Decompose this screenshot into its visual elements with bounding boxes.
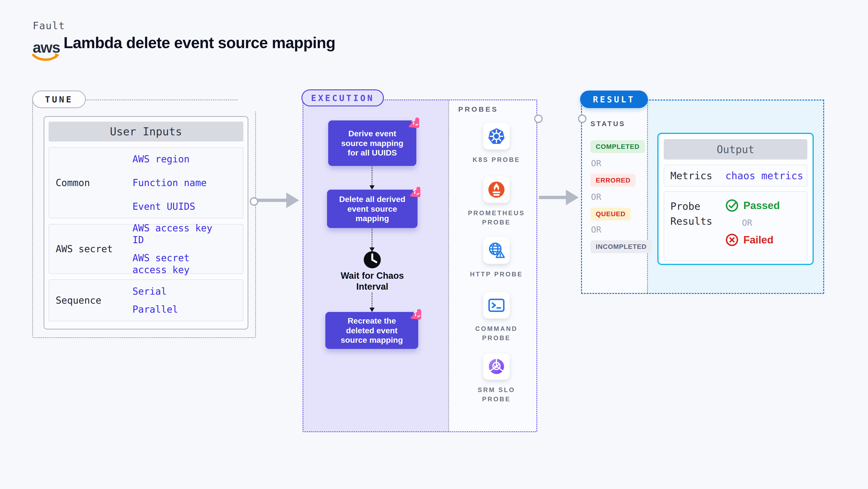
tune-output-connector-circle — [250, 197, 258, 206]
table-row-sequence: Sequence Serial Parallel — [49, 279, 243, 321]
row-label: Common — [49, 177, 132, 188]
aws-logo: aws — [30, 36, 61, 63]
status-heading: STATUS — [590, 120, 626, 128]
row-links: Serial Parallel — [132, 277, 243, 323]
link-aws-secret-access-key[interactable]: AWS secret access key — [132, 252, 227, 276]
arrowhead-icon — [566, 190, 579, 205]
probe-results-label: Probe Results — [670, 199, 725, 256]
slo-donut-check-icon — [487, 357, 506, 376]
step-derive-event-source-mapping: Derive event source mapping for all UUID… — [328, 120, 416, 166]
status-badge-incompleted: INCOMPLETED — [590, 240, 652, 253]
link-function-name[interactable]: Function name — [132, 177, 227, 189]
result-pill: RESULT — [580, 91, 648, 108]
http-globe-warning-icon — [487, 241, 506, 260]
user-inputs-card: User Inputs Common AWS region Function n… — [43, 116, 248, 330]
user-inputs-header: User Inputs — [49, 122, 243, 142]
prometheus-icon — [488, 181, 505, 198]
chaos-fault-icon — [409, 308, 422, 320]
chaos-fault-icon — [407, 116, 420, 129]
page-title: Lambda delete event source mapping — [63, 34, 335, 52]
step-label: Delete all derived event source mapping — [334, 194, 410, 223]
srm-slo-probe-card — [483, 353, 510, 380]
k8s-probe-card — [483, 123, 510, 150]
link-event-uuids[interactable]: Event UUIDS — [132, 201, 227, 212]
aws-logo-patch — [238, 85, 275, 112]
failed-x-icon — [725, 233, 739, 246]
flow-arrow — [372, 166, 373, 185]
probe-label: SRM SLO PROBE — [463, 386, 530, 404]
link-serial[interactable]: Serial — [132, 285, 227, 297]
wait-for-chaos-interval-label: Wait for Chaos Interval — [334, 270, 410, 292]
step-label: Derive event source mapping for all UUID… — [335, 129, 409, 158]
execution-output-connector-circle — [534, 115, 542, 123]
or-separator: OR — [591, 225, 601, 235]
passed-line: Passed — [725, 199, 780, 212]
output-card: Output Metrics chaos metrics Probe Resul… — [657, 133, 814, 265]
fault-kicker: Fault — [33, 20, 65, 32]
flow-arrow — [372, 228, 373, 247]
prometheus-probe-card — [483, 176, 510, 203]
arrow-execution-to-result — [539, 196, 566, 199]
http-probe-card — [483, 237, 510, 264]
status-badge-completed: COMPLETED — [590, 140, 645, 153]
probe-label: K8S PROBE — [463, 155, 530, 164]
flow-arrowhead-icon — [369, 308, 375, 312]
status-badge-errored: ERRORED — [590, 174, 636, 187]
probe-results-values: Passed OR Failed — [725, 199, 780, 256]
row-links: AWS access key ID AWS secret access key — [132, 214, 243, 284]
table-row-common: Common AWS region Function name Event UU… — [49, 147, 243, 218]
chaos-metrics-link[interactable]: chaos metrics — [725, 170, 803, 182]
arrow-tune-to-execution — [257, 198, 287, 202]
probe-label: COMMAND PROBE — [463, 324, 530, 343]
execution-pill: EXECUTION — [302, 89, 384, 106]
step-recreate-event-source-mapping: Recreate the deleted event source mappin… — [326, 312, 418, 349]
metrics-row: Metrics chaos metrics — [664, 165, 807, 187]
fault-diagram-page: Fault aws Lambda delete event source map… — [0, 0, 868, 489]
or-separator: OR — [742, 218, 780, 227]
status-badge-queued: QUEUED — [590, 208, 631, 220]
kubernetes-icon — [488, 127, 505, 145]
result-input-connector-circle — [578, 115, 587, 123]
link-aws-region[interactable]: AWS region — [132, 153, 227, 165]
arrowhead-icon — [286, 192, 299, 208]
probe-label: PROMETHEUS PROBE — [463, 209, 530, 227]
step-delete-event-source-mapping: Delete all derived event source mapping — [327, 190, 417, 228]
chaos-fault-icon — [408, 185, 421, 198]
row-label: AWS secret — [49, 243, 132, 254]
command-probe-card — [483, 292, 510, 318]
terminal-icon — [487, 296, 506, 314]
or-separator: OR — [591, 158, 601, 168]
probe-label: HTTP PROBE — [463, 270, 530, 279]
passed-check-icon — [725, 199, 739, 212]
flow-arrowhead-icon — [369, 185, 375, 190]
aws-logo-text: aws — [33, 39, 60, 56]
link-parallel[interactable]: Parallel — [132, 303, 227, 315]
output-header: Output — [664, 139, 807, 159]
failed-label: Failed — [743, 234, 773, 246]
row-label: Sequence — [49, 295, 132, 306]
flow-arrow — [372, 293, 373, 308]
row-links: AWS region Function name Event UUIDS — [132, 145, 243, 220]
failed-line: Failed — [725, 233, 780, 246]
link-aws-access-key-id[interactable]: AWS access key ID — [132, 222, 227, 246]
probes-heading: PROBES — [458, 105, 498, 113]
metrics-label: Metrics — [670, 170, 725, 182]
step-label: Recreate the deleted event source mappin… — [333, 316, 411, 345]
or-separator: OR — [591, 192, 601, 202]
probe-results-row: Probe Results Passed OR Faile — [664, 191, 807, 261]
tune-pill: TUNE — [32, 91, 86, 108]
clock-icon — [363, 250, 382, 269]
table-row-aws-secret: AWS secret AWS access key ID AWS secret … — [49, 224, 243, 274]
passed-label: Passed — [743, 200, 780, 211]
